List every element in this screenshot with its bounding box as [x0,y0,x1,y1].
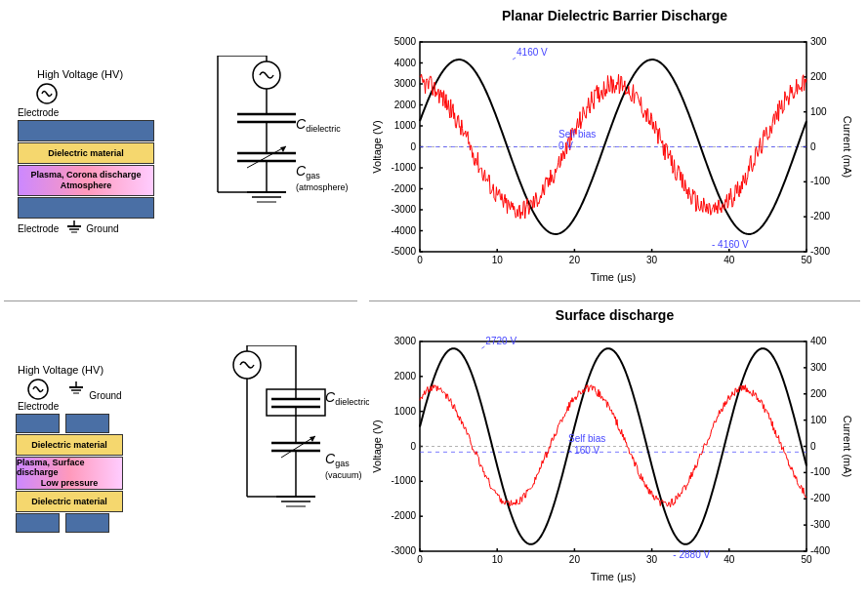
bottom-c-gas-label: Cgas (vacuum) [325,451,362,480]
top-dielectric-layer: Dielectric material [18,142,154,164]
top-chart-canvas [369,27,857,286]
top-c-dielectric-label: Cdielectric [296,116,341,134]
bottom-chart-section: Surface discharge [369,303,860,598]
top-diagram-section: High Voltage (HV) Electrode Dielectric m… [4,8,357,299]
top-c-gas-label: Cgas (atmosphere) [296,163,349,192]
bottom-c-dielectric-label: Cdielectric [325,389,370,407]
bottom-c-gas-paren: (vacuum) [325,470,362,480]
top-plasma-label-2: Atmosphere [61,180,112,191]
bottom-electrode-right-bottom [65,513,109,533]
top-ground-icon [64,220,84,238]
bottom-plasma-label-2: Low pressure [41,478,99,489]
bottom-dielectric-bottom-layer: Dielectric material [16,491,123,512]
top-physical-diagram: High Voltage (HV) Electrode Dielectric m… [8,68,184,238]
top-circuit-svg [188,56,345,251]
bottom-circuit-diagram: Cdielectric Cgas (vacuum) [184,345,350,550]
top-plasma-layer: Plasma, Corona discharge Atmosphere [18,165,154,196]
top-chart-title: Planar Dielectric Barrier Discharge [369,8,860,23]
chart-divider [369,300,860,301]
bottom-physical-diagram: High Voltage (HV) Electrode [8,364,184,533]
top-electrode-bottom-label: Electrode [18,223,59,234]
svg-line-36 [281,436,315,458]
top-ground-label: Ground [86,223,118,234]
bottom-electrode-top-label: Electrode [18,401,59,412]
bottom-ground-top-label: Ground [89,390,121,401]
bottom-electrode-left-bottom [16,513,60,533]
top-hv-label: High Voltage (HV) [37,68,184,80]
top-c-gas-paren: (atmosphere) [296,182,349,192]
bottom-ground-top-icon [66,381,86,399]
top-electrode-top-label: Electrode [18,107,59,118]
bottom-ac-source-icon [26,378,50,401]
bottom-dielectric-top-layer: Dielectric material [16,434,123,456]
bottom-plasma-layer: Plasma, Surface discharge Low pressure [16,457,123,490]
top-electrode-bottom-layer [18,197,154,219]
right-panel: Planar Dielectric Barrier Discharge Surf… [361,0,868,601]
left-panel: High Voltage (HV) Electrode Dielectric m… [0,0,361,601]
top-ac-source-icon [35,82,59,105]
bottom-electrode-left-top [16,414,60,433]
section-divider [4,300,357,301]
bottom-electrode-right-top [65,414,109,433]
bottom-diagram-section: High Voltage (HV) Electrode [4,303,357,594]
top-electrode-top-layer [18,120,154,141]
top-dielectric-label: Dielectric material [48,148,124,158]
bottom-dielectric-top-label: Dielectric material [31,440,107,450]
top-chart-section: Planar Dielectric Barrier Discharge [369,4,860,299]
bottom-chart-title: Surface discharge [369,307,860,323]
bottom-hv-label: High Voltage (HV) [18,364,184,376]
top-circuit-diagram: Cdielectric Cgas (atmosphere) [184,56,350,251]
bottom-chart-canvas [369,327,857,585]
top-plasma-label-1: Plasma, Corona discharge [30,170,141,180]
bottom-circuit-svg [188,345,345,550]
bottom-dielectric-bottom-label: Dielectric material [31,497,107,506]
bottom-plasma-label-1: Plasma, Surface discharge [17,458,122,479]
